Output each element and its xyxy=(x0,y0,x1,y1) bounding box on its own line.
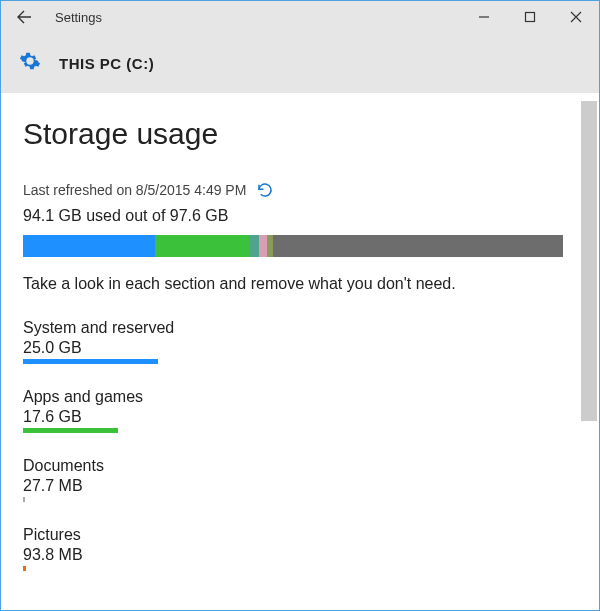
close-icon xyxy=(570,11,582,23)
category-system[interactable]: System and reserved 25.0 GB xyxy=(23,319,577,364)
category-documents[interactable]: Documents 27.7 MB xyxy=(23,457,577,502)
content-area: Storage usage Last refreshed on 8/5/2015… xyxy=(1,93,599,610)
category-pictures[interactable]: Pictures 93.8 MB xyxy=(23,526,577,571)
gear-icon xyxy=(19,50,41,76)
bar-segment-misc1 xyxy=(249,235,259,257)
close-button[interactable] xyxy=(553,1,599,33)
window-title: Settings xyxy=(47,10,102,25)
vertical-scrollbar[interactable] xyxy=(581,101,597,421)
category-title: Documents xyxy=(23,457,577,475)
usage-summary: 94.1 GB used out of 97.6 GB xyxy=(23,207,577,225)
category-apps[interactable]: Apps and games 17.6 GB xyxy=(23,388,577,433)
bar-segment-other xyxy=(273,235,563,257)
category-bar-pictures xyxy=(23,566,26,571)
refresh-icon xyxy=(256,181,274,199)
back-arrow-icon xyxy=(16,9,32,25)
category-title: Pictures xyxy=(23,526,577,544)
category-size: 93.8 MB xyxy=(23,546,577,564)
category-bar-apps xyxy=(23,428,118,433)
back-button[interactable] xyxy=(1,1,47,33)
storage-usage-bar xyxy=(23,235,563,257)
last-refreshed-row: Last refreshed on 8/5/2015 4:49 PM xyxy=(23,181,577,199)
bar-segment-misc2 xyxy=(259,235,267,257)
minimize-button[interactable] xyxy=(461,1,507,33)
last-refreshed-text: Last refreshed on 8/5/2015 4:49 PM xyxy=(23,182,246,198)
breadcrumb: THIS PC (C:) xyxy=(59,55,154,72)
category-size: 25.0 GB xyxy=(23,339,577,357)
category-bar-documents xyxy=(23,497,25,502)
minimize-icon xyxy=(478,11,490,23)
page-title: Storage usage xyxy=(23,117,577,151)
category-bar-system xyxy=(23,359,158,364)
title-bar: Settings xyxy=(1,1,599,33)
category-title: Apps and games xyxy=(23,388,577,406)
bar-segment-apps xyxy=(155,235,249,257)
category-size: 27.7 MB xyxy=(23,477,577,495)
category-size: 17.6 GB xyxy=(23,408,577,426)
category-title: System and reserved xyxy=(23,319,577,337)
maximize-button[interactable] xyxy=(507,1,553,33)
bar-segment-system xyxy=(23,235,155,257)
refresh-button[interactable] xyxy=(256,181,274,199)
hint-text: Take a look in each section and remove w… xyxy=(23,275,577,293)
svg-rect-0 xyxy=(526,13,535,22)
page-header: THIS PC (C:) xyxy=(1,33,599,93)
maximize-icon xyxy=(524,11,536,23)
